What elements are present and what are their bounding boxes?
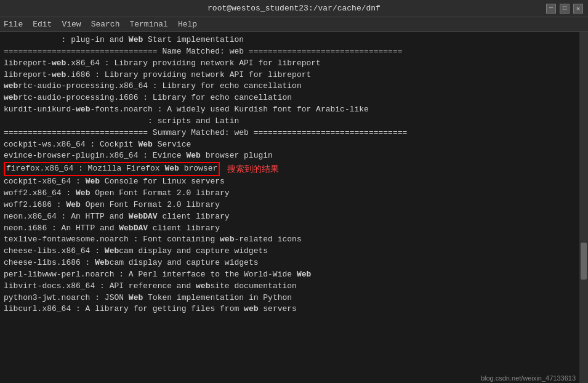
line5: webrtc-audio-processing.x86_64 : Library… bbox=[4, 81, 584, 92]
line22: libvirt-docs.x86_64 : API reference and … bbox=[4, 281, 584, 292]
menu-bar: File Edit View Search Terminal Help bbox=[0, 17, 588, 32]
line24: libcurl.x86_64 : A library for getting f… bbox=[4, 304, 584, 315]
title-bar-title: root@westos_student23:/var/cache/dnf bbox=[42, 4, 546, 13]
watermark: blog.csdn.net/weixin_47133613 bbox=[481, 374, 576, 382]
menu-file[interactable]: File bbox=[4, 20, 23, 29]
title-bar: root@westos_student23:/var/cache/dnf ─ □… bbox=[0, 0, 588, 17]
line15: woff2.i686 : Web Open Font Format 2.0 li… bbox=[4, 200, 584, 211]
line21: perl-libwww-perl.noarch : A Perl interfa… bbox=[4, 269, 584, 281]
line18: texlive-fontawesome.noarch : Font contai… bbox=[4, 234, 584, 246]
line17: neon.i686 : An HTTP and WebDAV client li… bbox=[4, 223, 584, 235]
minimize-button[interactable]: ─ bbox=[546, 4, 556, 14]
line10: cockpit-ws.x86_64 : Cockpit Web Service bbox=[4, 139, 584, 151]
scrollbar[interactable] bbox=[579, 32, 588, 383]
menu-view[interactable]: View bbox=[62, 20, 81, 29]
highlighted-result: firefox.x86_64 : Mozilla Firefox Web bro… bbox=[4, 162, 220, 176]
line13: cockpit-x86_64 : Web Console for Linux s… bbox=[4, 176, 584, 188]
line12: firefox.x86_64 : Mozilla Firefox Web bro… bbox=[4, 162, 584, 176]
line11: evince-browser-plugin.x86_64 : Evince We… bbox=[4, 150, 584, 162]
title-bar-controls: ─ □ ✕ bbox=[546, 4, 583, 14]
menu-edit[interactable]: Edit bbox=[33, 20, 52, 29]
line8: : scripts and Latin bbox=[4, 116, 584, 127]
menu-help[interactable]: Help bbox=[178, 20, 197, 29]
maximize-button[interactable]: □ bbox=[560, 4, 570, 14]
line7: kurdit-unikurd-web-fonts.noarch : A wide… bbox=[4, 104, 584, 116]
line14: woff2.x86_64 : Web Open Font Format 2.0 … bbox=[4, 188, 584, 200]
scrollbar-thumb[interactable] bbox=[581, 243, 587, 280]
line2: ================================ Name Ma… bbox=[4, 46, 584, 58]
line9: ============================== Summary M… bbox=[4, 127, 584, 139]
line1: : plug-in and Web Start implementation bbox=[4, 34, 584, 46]
line23: python3-jwt.noarch : JSON Web Token impl… bbox=[4, 292, 584, 304]
terminal: : plug-in and Web Start implementation =… bbox=[0, 32, 588, 383]
line20: cheese-libs.i686 : Webcam display and ca… bbox=[4, 257, 584, 269]
line4: libreport-web.i686 : Library providing n… bbox=[4, 70, 584, 81]
line16: neon.x86_64 : An HTTP and WebDAV client … bbox=[4, 211, 584, 223]
line6: webrtc-audio-processing.i686 : Library f… bbox=[4, 92, 584, 104]
line3: libreport-web.x86_64 : Library providing… bbox=[4, 58, 584, 70]
close-button[interactable]: ✕ bbox=[573, 4, 583, 14]
menu-search[interactable]: Search bbox=[91, 20, 120, 29]
line19: cheese-libs.x86_64 : Webcam display and … bbox=[4, 246, 584, 257]
annotation-text: 搜索到的结果 bbox=[227, 164, 279, 174]
menu-terminal[interactable]: Terminal bbox=[129, 20, 167, 29]
